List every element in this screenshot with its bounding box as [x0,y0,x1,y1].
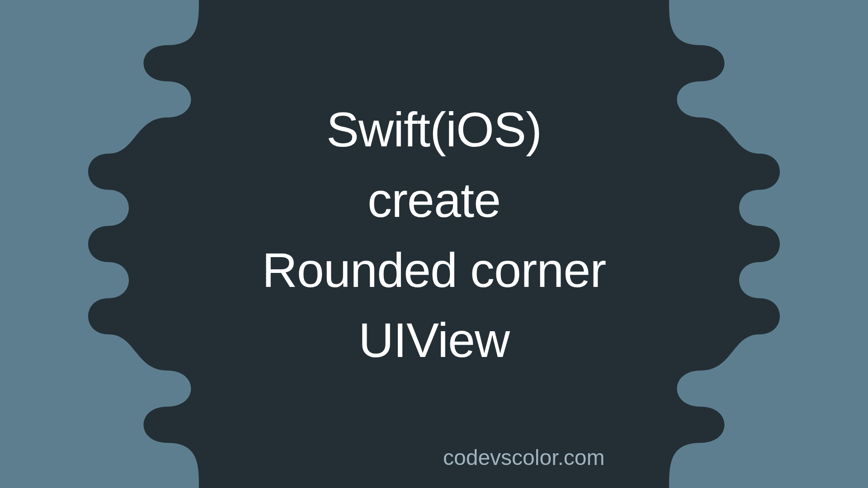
footer-attribution: codevscolor.com [443,445,605,470]
graphic-container: Swift(iOS) create Rounded corner UIView … [0,0,868,488]
title-line-4: UIView [359,311,509,369]
title-line-2: create [368,171,500,229]
title-line-1: Swift(iOS) [326,101,542,158]
title-line-3: Rounded corner [262,241,606,299]
title-content: Swift(iOS) create Rounded corner UIView [262,101,606,369]
